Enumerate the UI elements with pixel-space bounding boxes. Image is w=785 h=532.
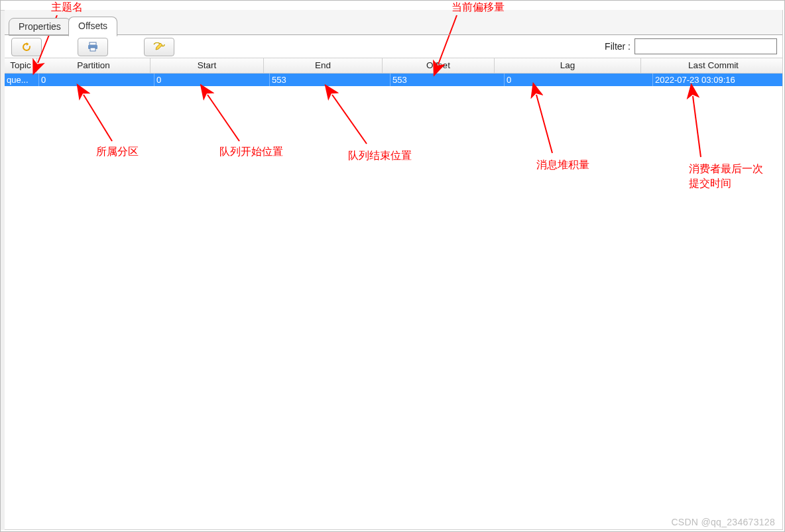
cell-topic: que... (5, 74, 39, 86)
tab-strip: Properties Offsets (5, 10, 782, 35)
tab-properties[interactable]: Properties (9, 18, 71, 36)
cell-start: 0 (154, 74, 270, 86)
cell-offset: 553 (391, 74, 505, 86)
app-window: Properties Offsets (0, 0, 785, 532)
refresh-icon (21, 42, 32, 52)
edit-icon (153, 42, 165, 52)
print-button[interactable] (78, 38, 108, 56)
col-partition[interactable]: Partition (37, 58, 151, 73)
tab-properties-label: Properties (19, 21, 61, 32)
col-last-commit[interactable]: Last Commit (641, 58, 782, 73)
offsets-table: Topic Partition Start End Offset Lag Las… (5, 58, 782, 529)
tab-offsets-label: Offsets (78, 21, 107, 31)
svg-rect-0 (90, 42, 96, 45)
printer-icon (88, 42, 98, 52)
table-row[interactable]: que... 0 0 553 553 0 2022-07-23 03:09:16 (5, 74, 782, 86)
refresh-button[interactable] (11, 38, 42, 56)
cell-partition: 0 (39, 74, 154, 86)
filter-input[interactable] (634, 38, 777, 54)
tab-offsets[interactable]: Offsets (68, 17, 117, 36)
content-panel: Properties Offsets (5, 10, 783, 530)
cell-last-commit: 2022-07-23 03:09:16 (653, 74, 782, 86)
col-start[interactable]: Start (151, 58, 264, 73)
edit-button[interactable] (144, 38, 174, 56)
table-header-row: Topic Partition Start End Offset Lag Las… (5, 58, 782, 74)
col-offset[interactable]: Offset (383, 58, 495, 73)
toolbar: Filter : (5, 35, 782, 58)
col-end[interactable]: End (264, 58, 383, 73)
col-topic[interactable]: Topic (5, 58, 37, 73)
svg-rect-2 (90, 48, 95, 51)
filter-group: Filter : (605, 38, 777, 54)
col-lag[interactable]: Lag (495, 58, 641, 73)
cell-lag: 0 (505, 74, 653, 86)
cell-end: 553 (270, 74, 391, 86)
tab-underline (5, 34, 782, 35)
filter-label: Filter : (605, 41, 631, 52)
